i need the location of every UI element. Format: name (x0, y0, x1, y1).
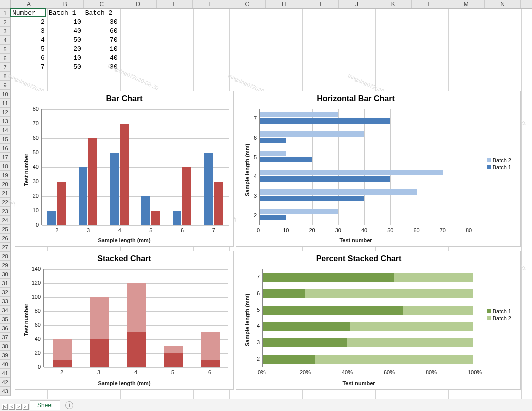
row-header[interactable]: 37 (0, 333, 10, 342)
bar-batch1 (260, 176, 390, 182)
row-header[interactable]: 30 (0, 270, 10, 279)
row-header[interactable]: 22 (0, 198, 10, 207)
select-all-corner[interactable] (0, 0, 11, 9)
column-header[interactable]: I (302, 0, 339, 8)
tab-last-icon[interactable]: >| (23, 404, 29, 410)
cell[interactable]: 40 (48, 27, 83, 36)
row-header[interactable]: 23 (0, 207, 10, 216)
row-header[interactable]: 16 (0, 144, 10, 153)
chart-bar[interactable]: Bar Chart Test number Sample length (mm)… (15, 91, 234, 247)
legend-item: Batch 1 (487, 308, 512, 314)
column-header[interactable]: L (412, 0, 448, 8)
row-header[interactable]: 36 (0, 324, 10, 333)
row-header[interactable]: 3 (0, 27, 10, 36)
row-header[interactable]: 42 (0, 378, 10, 387)
row-header[interactable]: 6 (0, 54, 10, 63)
cell[interactable]: 40 (84, 54, 120, 63)
row-header[interactable]: 35 (0, 315, 10, 324)
cell[interactable]: Number (11, 9, 46, 18)
x-tick: 7 (212, 228, 216, 234)
bar-batch2 (260, 112, 338, 118)
row-header[interactable]: 18 (0, 162, 10, 171)
cell-area[interactable]: NumberBatch 1Batch 221030340604507052010… (11, 9, 532, 399)
row-header[interactable]: 33 (0, 297, 10, 306)
column-header[interactable]: N (485, 0, 522, 8)
row-headers[interactable]: 1234567891011121314151617181920212223242… (0, 9, 11, 396)
row-header[interactable]: 38 (0, 342, 10, 351)
cell[interactable]: 50 (48, 36, 83, 45)
cell[interactable]: 10 (48, 54, 83, 63)
row-header[interactable]: 12 (0, 108, 10, 117)
chart-stacked[interactable]: Stacked Chart Test number Sample length … (15, 251, 234, 390)
cell[interactable]: Batch 1 (48, 9, 83, 18)
row-header[interactable]: 7 (0, 63, 10, 72)
cell[interactable]: Batch 2 (84, 9, 120, 18)
cell[interactable]: 5 (11, 45, 46, 54)
row-header[interactable]: 11 (0, 99, 10, 108)
cell[interactable]: 30 (84, 18, 120, 27)
column-headers[interactable]: ABCDEFGHIJKLMN (11, 0, 532, 9)
row-header[interactable]: 41 (0, 369, 10, 378)
axis-tick: 20 (26, 350, 41, 356)
row-header[interactable]: 40 (0, 360, 10, 369)
row-header[interactable]: 1 (0, 9, 10, 18)
cell[interactable]: 70 (84, 36, 120, 45)
cell[interactable]: 3 (11, 27, 46, 36)
sheet-tab[interactable]: Sheet (30, 400, 60, 410)
row-header[interactable]: 17 (0, 153, 10, 162)
tab-first-icon[interactable]: |< (2, 404, 8, 410)
column-header[interactable]: C (84, 0, 120, 8)
column-header[interactable]: M (448, 0, 485, 8)
add-sheet-button[interactable]: + (66, 402, 74, 410)
column-header[interactable]: H (266, 0, 302, 8)
row-header[interactable]: 28 (0, 252, 10, 261)
tab-next-icon[interactable]: > (16, 404, 22, 410)
column-header[interactable]: D (120, 0, 157, 8)
column-header[interactable]: F (193, 0, 230, 8)
column-header[interactable]: B (48, 0, 84, 8)
row-header[interactable]: 20 (0, 180, 10, 189)
column-header[interactable]: G (230, 0, 266, 8)
row-header[interactable]: 27 (0, 243, 10, 252)
row-header[interactable]: 13 (0, 117, 10, 126)
row-header[interactable]: 21 (0, 189, 10, 198)
cell[interactable]: 10 (84, 45, 120, 54)
cell[interactable]: 4 (11, 36, 46, 45)
cell[interactable]: 2 (11, 18, 46, 27)
row-header[interactable]: 32 (0, 288, 10, 297)
cell[interactable]: 60 (84, 27, 120, 36)
row-header[interactable]: 19 (0, 171, 10, 180)
bar-seg2 (305, 290, 473, 298)
cell[interactable]: 6 (11, 54, 46, 63)
column-header[interactable]: K (376, 0, 412, 8)
column-header[interactable]: A (11, 0, 48, 8)
row-header[interactable]: 34 (0, 306, 10, 315)
cell[interactable]: 20 (48, 45, 83, 54)
row-header[interactable]: 31 (0, 279, 10, 288)
cell[interactable]: 50 (48, 63, 83, 72)
row-header[interactable]: 26 (0, 234, 10, 243)
row-header[interactable]: 25 (0, 225, 10, 234)
row-header[interactable]: 9 (0, 81, 10, 90)
column-header[interactable]: E (157, 0, 194, 8)
tab-prev-icon[interactable]: < (9, 404, 15, 410)
chart-pstacked[interactable]: Percent Stacked Chart Sample length (mm)… (236, 251, 521, 390)
row-header[interactable]: 14 (0, 126, 10, 135)
cell[interactable]: 30 (84, 63, 120, 72)
row-header[interactable]: 4 (0, 36, 10, 45)
row-header[interactable]: 8 (0, 72, 10, 81)
row-header[interactable]: 10 (0, 90, 10, 99)
tab-nav: |< < > >| (2, 404, 29, 410)
row-header[interactable]: 39 (0, 351, 10, 360)
row-header[interactable]: 29 (0, 261, 10, 270)
cell[interactable]: 10 (48, 18, 83, 27)
row-header[interactable]: 43 (0, 387, 10, 396)
row-header[interactable]: 24 (0, 216, 10, 225)
row-header[interactable]: 2 (0, 18, 10, 27)
chart-hbar[interactable]: Horizontal Bar Chart Sample length (mm) … (236, 91, 521, 247)
column-header[interactable]: J (339, 0, 376, 8)
cell[interactable]: 7 (11, 63, 46, 72)
row-header[interactable]: 15 (0, 135, 10, 144)
x-tick: 6 (181, 228, 184, 234)
row-header[interactable]: 5 (0, 45, 10, 54)
